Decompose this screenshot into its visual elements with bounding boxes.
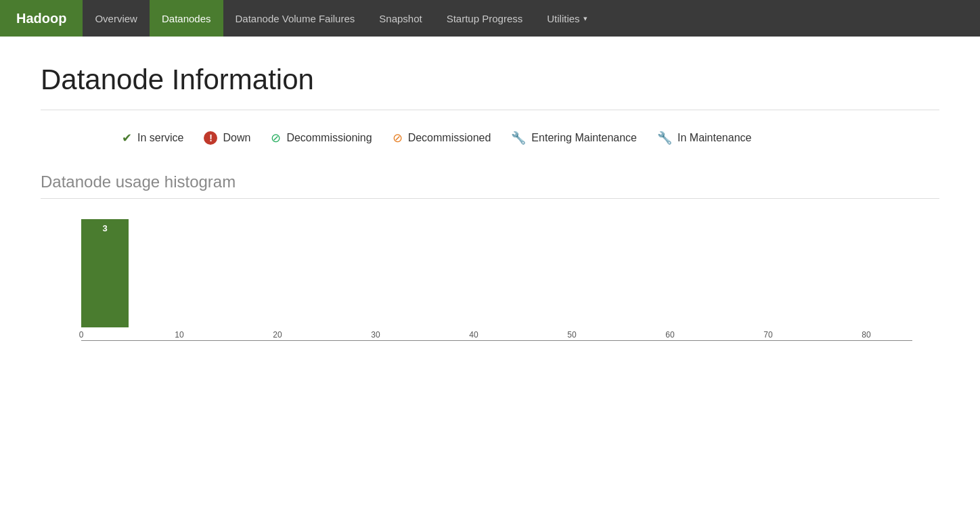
nav-item-startup-progress[interactable]: Startup Progress [435,0,535,37]
nav-item-utilities[interactable]: Utilities ▾ [535,0,599,37]
status-legend: ✔ In service ! Down ⊘ Decommissioning ⊘ … [41,131,939,145]
bar-value-label: 3 [102,223,107,233]
nav-item-snapshot[interactable]: Snapshot [367,0,434,37]
navbar: Hadoop Overview Datanodes Datanode Volum… [0,0,980,37]
x-label-70: 70 [763,330,772,340]
status-in-maintenance-label: In Maintenance [677,132,751,144]
status-row-2: 🔧 Entering Maintenance 🔧 In Maintenance [511,131,751,145]
status-entering-maintenance: 🔧 Entering Maintenance [511,131,637,145]
decommissioning-icon: ⊘ [271,131,281,145]
entering-maintenance-icon: 🔧 [511,131,526,145]
status-decommissioned: ⊘ Decommissioned [393,131,491,145]
status-decommissioning-label: Decommissioning [286,132,372,144]
down-icon: ! [204,131,217,145]
x-label-10: 10 [175,330,183,340]
histogram-divider [41,198,939,199]
nav-item-overview[interactable]: Overview [83,0,150,37]
nav-link-snapshot[interactable]: Snapshot [367,0,434,37]
status-down: ! Down [204,131,250,145]
nav-link-overview[interactable]: Overview [83,0,150,37]
decommissioned-icon: ⊘ [393,131,403,145]
status-down-label: Down [223,132,250,144]
check-icon: ✔ [122,131,132,145]
nav-link-startup-progress[interactable]: Startup Progress [435,0,535,37]
title-divider [41,110,939,110]
x-label-40: 40 [469,330,478,340]
nav-item-datanode-volume-failures[interactable]: Datanode Volume Failures [223,0,368,37]
status-entering-maintenance-label: Entering Maintenance [531,132,637,144]
x-label-80: 80 [862,330,870,340]
histogram-title: Datanode usage histogram [41,172,939,191]
utilities-caret-icon: ▾ [583,14,587,23]
nav-link-datanode-volume-failures[interactable]: Datanode Volume Failures [223,0,368,37]
histogram-bar: 3 [81,219,129,327]
navbar-nav: Overview Datanodes Datanode Volume Failu… [83,0,599,37]
nav-link-datanodes[interactable]: Datanodes [150,0,223,37]
bar-chart: 3 [81,219,912,327]
x-label-0: 0 [79,330,84,340]
status-decommissioning: ⊘ Decommissioning [271,131,372,145]
status-in-service-label: In service [137,132,183,144]
x-labels: 0 10 20 30 40 50 60 70 80 [81,330,912,344]
status-row-1: ✔ In service ! Down ⊘ Decommissioning ⊘ … [122,131,491,145]
nav-item-datanodes[interactable]: Datanodes [150,0,223,37]
status-in-service: ✔ In service [122,131,183,145]
in-maintenance-icon: 🔧 [657,131,672,145]
x-label-20: 20 [273,330,282,340]
main-content: Datanode Information ✔ In service ! Down… [0,37,980,354]
x-label-30: 30 [371,330,380,340]
histogram-container: 3 0 10 20 30 40 50 60 70 80 [81,219,912,341]
page-title: Datanode Information [41,64,939,96]
x-label-60: 60 [665,330,674,340]
navbar-brand[interactable]: Hadoop [0,0,83,37]
status-in-maintenance: 🔧 In Maintenance [657,131,751,145]
status-decommissioned-label: Decommissioned [408,132,491,144]
x-label-50: 50 [567,330,576,340]
nav-link-utilities[interactable]: Utilities ▾ [535,0,599,37]
